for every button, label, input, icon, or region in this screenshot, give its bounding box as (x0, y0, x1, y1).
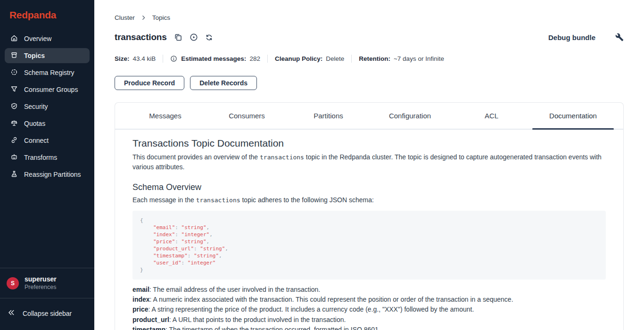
stat-cleanup-policy: Cleanup Policy: Delete (275, 55, 344, 62)
wrench-icon[interactable] (615, 33, 624, 41)
sidebar-item-transforms[interactable]: Transforms (5, 150, 90, 165)
sidebar-item-label: Schema Registry (24, 69, 74, 76)
tab-partitions[interactable]: Partitions (288, 103, 369, 129)
avatar: S (7, 277, 19, 289)
user-name: superuser (25, 275, 57, 283)
schema-overview-heading: Schema Overview (132, 182, 606, 192)
divider (163, 55, 163, 63)
chevrons-left-icon (8, 309, 15, 318)
sidebar-item-label: Connect (24, 137, 49, 144)
flask-icon (10, 170, 18, 179)
sidebar-item-label: Overview (24, 35, 51, 42)
produce-record-button[interactable]: Produce Record (115, 76, 184, 90)
tab-messages[interactable]: Messages (124, 103, 206, 129)
topics-icon (10, 51, 18, 60)
home-icon (10, 34, 18, 43)
topic-card: Messages Consumers Partitions Configurat… (115, 102, 624, 330)
field-desc-product-url: product_url: A URL that points to the pr… (132, 315, 606, 325)
doc-intro-paragraph: This document provides an overview of th… (132, 152, 606, 172)
field-desc-timestamp: timestamp: The timestamp of when the tra… (132, 325, 606, 330)
delete-records-button[interactable]: Delete Records (190, 76, 257, 90)
sidebar-item-label: Quotas (24, 120, 45, 127)
user-preferences-link[interactable]: Preferences (25, 283, 57, 291)
stats-row: Size: 43.4 kiB Estimated messages: 282 C… (115, 55, 624, 63)
sidebar-item-label: Security (24, 103, 48, 110)
redpanda-logo[interactable]: Redpanda (0, 0, 94, 31)
link-icon (10, 136, 18, 145)
refresh-icon[interactable] (205, 33, 213, 41)
tab-documentation[interactable]: Documentation (532, 103, 614, 129)
collapse-sidebar-button[interactable]: Collapse sidebar (0, 298, 94, 330)
breadcrumb-topics[interactable]: Topics (152, 14, 170, 21)
sidebar-item-security[interactable]: Security (5, 99, 90, 114)
field-desc-email: email: The email address of the user inv… (132, 285, 606, 295)
tab-configuration[interactable]: Configuration (369, 103, 451, 129)
title-row: transactions Debug bundle (115, 32, 624, 42)
inline-code: transactions (260, 154, 304, 161)
shield-check-icon (10, 102, 18, 111)
sidebar-item-label: Transforms (24, 154, 57, 161)
breadcrumb: Cluster Topics (115, 14, 624, 21)
copy-icon[interactable] (174, 33, 182, 41)
tab-consumers[interactable]: Consumers (206, 103, 288, 129)
inline-code: transactions (196, 197, 240, 204)
scales-icon (10, 119, 18, 128)
user-menu[interactable]: S superuser Preferences (0, 268, 94, 298)
info-icon[interactable] (170, 55, 177, 62)
main-content: Cluster Topics transactions Debug bundle… (94, 0, 644, 330)
filter-icon (10, 85, 18, 94)
sidebar-spacer (0, 184, 94, 268)
breadcrumb-cluster[interactable]: Cluster (115, 14, 135, 21)
schema-registry-icon (10, 68, 18, 77)
sidebar: Redpanda Overview Topics Schema Registry… (0, 0, 94, 330)
documentation-content: Transactions Topic Documentation This do… (115, 130, 623, 330)
field-desc-price: price: A string representing the price o… (132, 305, 606, 314)
sidebar-item-overview[interactable]: Overview (5, 31, 90, 46)
sidebar-item-label: Consumer Groups (24, 86, 78, 93)
divider (351, 55, 352, 63)
sidebar-item-topics[interactable]: Topics (5, 48, 90, 63)
sidebar-item-schema-registry[interactable]: Schema Registry (5, 65, 90, 80)
chevron-right-icon (140, 15, 147, 21)
schema-paragraph: Each message in the transactions topic a… (132, 195, 606, 205)
sidebar-item-quotas[interactable]: Quotas (5, 116, 90, 131)
sidebar-nav: Overview Topics Schema Registry Consumer… (0, 31, 94, 184)
tab-acl[interactable]: ACL (451, 103, 532, 129)
collapse-sidebar-label: Collapse sidebar (23, 310, 72, 317)
sidebar-item-label: Reassign Partitions (24, 171, 81, 178)
divider (267, 55, 268, 63)
sidebar-item-consumer-groups[interactable]: Consumer Groups (5, 82, 90, 97)
robot-icon (10, 153, 18, 162)
field-desc-index: index: A numeric index associated with t… (132, 295, 606, 305)
stat-retention: Retention: ~7 days or Infinite (359, 55, 444, 62)
field-descriptions: email: The email address of the user inv… (132, 285, 606, 330)
stat-size: Size: 43.4 kiB (115, 55, 156, 62)
debug-bundle-link[interactable]: Debug bundle (548, 33, 595, 41)
doc-title: Transactions Topic Documentation (132, 138, 606, 149)
sidebar-item-connect[interactable]: Connect (5, 133, 90, 148)
sidebar-item-reassign-partitions[interactable]: Reassign Partitions (5, 167, 90, 182)
page-title: transactions (115, 32, 167, 42)
stat-estimated-messages: Estimated messages: 282 (170, 55, 260, 62)
tab-bar: Messages Consumers Partitions Configurat… (115, 103, 623, 130)
sidebar-item-label: Topics (24, 52, 45, 59)
json-schema-code-block: {"email": "string","index": "integer","p… (132, 211, 606, 280)
play-circle-icon[interactable] (190, 33, 198, 41)
actions-row: Produce Record Delete Records (115, 76, 624, 90)
